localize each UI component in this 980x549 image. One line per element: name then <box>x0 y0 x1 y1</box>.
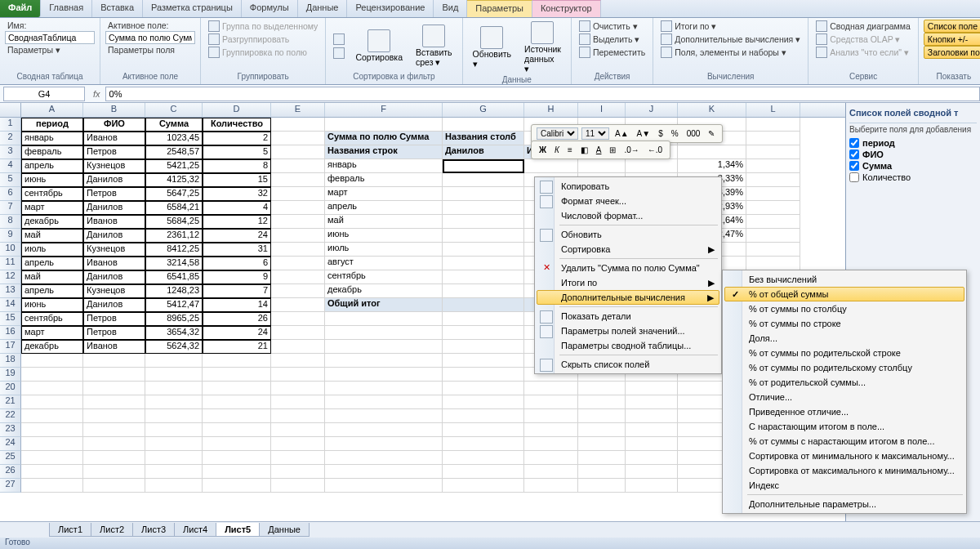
cell[interactable] <box>271 437 325 451</box>
row-header[interactable]: 11 <box>0 257 21 270</box>
cell[interactable] <box>443 368 524 382</box>
fill-color-icon[interactable]: ◧ <box>578 144 590 156</box>
cell[interactable]: декабрь <box>21 215 83 229</box>
cell[interactable] <box>145 479 203 493</box>
fx-icon[interactable]: fx <box>88 89 105 99</box>
cell[interactable] <box>271 215 325 229</box>
tab-insert[interactable]: Вставка <box>92 0 143 17</box>
cell[interactable] <box>578 382 626 395</box>
cell[interactable]: Данилов <box>83 270 145 284</box>
cell[interactable] <box>524 451 578 465</box>
cell[interactable] <box>271 270 325 284</box>
context-item[interactable]: Итоги по▶ <box>537 275 719 290</box>
cell[interactable] <box>443 270 524 284</box>
cell[interactable] <box>746 201 800 215</box>
cell[interactable] <box>443 298 524 312</box>
cell[interactable] <box>203 465 271 479</box>
cell[interactable]: 24 <box>203 326 271 340</box>
group-by-field[interactable]: Группировка по полю <box>206 46 320 59</box>
cell[interactable] <box>626 479 678 493</box>
active-field-input[interactable] <box>105 31 195 44</box>
cell[interactable]: 31 <box>203 243 271 257</box>
cell[interactable]: ФИО <box>83 118 145 132</box>
row-header[interactable]: 2 <box>0 132 21 145</box>
col-header[interactable]: I <box>578 103 626 117</box>
context-item[interactable]: Параметры полей значений... <box>537 324 719 338</box>
row-header[interactable]: 10 <box>0 243 21 257</box>
cell[interactable] <box>145 437 203 451</box>
italic-icon[interactable]: К <box>552 144 562 156</box>
row-header[interactable]: 14 <box>0 298 21 312</box>
cell[interactable]: сентябрь <box>21 187 83 201</box>
cell[interactable] <box>443 243 524 257</box>
cell[interactable]: 9 <box>203 270 271 284</box>
cell[interactable]: август <box>325 257 443 270</box>
cell[interactable]: Иванов <box>83 132 145 145</box>
cell[interactable] <box>145 368 203 382</box>
submenu-item[interactable]: Приведенное отличие... <box>724 404 964 419</box>
cell[interactable] <box>578 479 626 493</box>
format-painter-icon[interactable]: ✎ <box>706 127 717 140</box>
name-box[interactable]: G4 <box>3 87 85 101</box>
cell[interactable] <box>443 201 524 215</box>
cell[interactable] <box>578 451 626 465</box>
cell[interactable]: апрель <box>21 159 83 173</box>
whatif-button[interactable]: Анализ "что если" ▾ <box>813 46 913 59</box>
cell[interactable] <box>325 382 443 395</box>
pivot-options[interactable]: Параметры ▾ <box>5 44 95 56</box>
submenu-item[interactable]: % от общей суммы✓ <box>724 287 964 301</box>
cell[interactable] <box>145 395 203 409</box>
cell[interactable] <box>271 340 325 354</box>
headers-toggle[interactable]: Заголовки по <box>924 46 980 59</box>
cell[interactable] <box>443 229 524 243</box>
tab-layout[interactable]: Разметка страницы <box>143 0 242 17</box>
cell[interactable] <box>443 257 524 270</box>
cell[interactable] <box>145 465 203 479</box>
row-header[interactable]: 15 <box>0 312 21 326</box>
cell[interactable]: Петров <box>83 326 145 340</box>
cell[interactable]: 6541,85 <box>145 270 203 284</box>
cell[interactable]: март <box>21 201 83 215</box>
data-source-button[interactable]: Источник данных ▾ <box>519 20 566 75</box>
cell[interactable]: 1,34% <box>678 159 746 173</box>
cell[interactable] <box>271 465 325 479</box>
cell[interactable]: Кузнецов <box>83 243 145 257</box>
cell[interactable] <box>746 132 800 145</box>
sheet-tab[interactable]: Лист1 <box>49 523 91 537</box>
clear-button[interactable]: Очистить ▾ <box>577 20 648 33</box>
totals-button[interactable]: Итоги по ▾ <box>658 20 803 33</box>
formula-input[interactable]: 0% <box>105 87 980 101</box>
decrease-font-icon[interactable]: A▼ <box>635 127 653 140</box>
cell[interactable] <box>746 215 800 229</box>
cell[interactable] <box>21 465 83 479</box>
cell[interactable] <box>524 465 578 479</box>
submenu-item[interactable]: % от суммы по родительскому столбцу <box>724 360 964 375</box>
sheet-tab[interactable]: Лист2 <box>91 523 133 537</box>
cell[interactable] <box>626 395 678 409</box>
cell[interactable] <box>443 451 524 465</box>
submenu-item[interactable]: Индекс <box>724 478 964 493</box>
cell[interactable] <box>443 382 524 395</box>
cell[interactable]: 2548,57 <box>145 145 203 159</box>
cell[interactable] <box>578 465 626 479</box>
field-checkbox[interactable] <box>849 172 859 182</box>
cell[interactable]: 21 <box>203 340 271 354</box>
cell[interactable] <box>524 437 578 451</box>
bold-icon[interactable]: Ж <box>537 144 549 156</box>
cell[interactable] <box>203 437 271 451</box>
row-header[interactable]: 12 <box>0 270 21 284</box>
cell[interactable] <box>271 243 325 257</box>
cell[interactable] <box>746 173 800 187</box>
context-item[interactable]: Параметры сводной таблицы... <box>537 338 719 353</box>
increase-decimal-icon[interactable]: .0→ <box>621 144 641 156</box>
context-item[interactable]: Дополнительные вычисления▶ <box>537 290 719 305</box>
row-header[interactable]: 7 <box>0 201 21 215</box>
submenu-item[interactable]: % от суммы по строке <box>724 316 964 331</box>
cell[interactable] <box>578 423 626 437</box>
cell[interactable]: Иванов <box>83 215 145 229</box>
cell[interactable] <box>325 118 443 132</box>
cell[interactable]: Общий итог <box>325 298 443 312</box>
sheet-tab-active[interactable]: Лист5 <box>216 523 260 537</box>
row-header[interactable]: 27 <box>0 479 21 493</box>
cell[interactable] <box>83 368 145 382</box>
